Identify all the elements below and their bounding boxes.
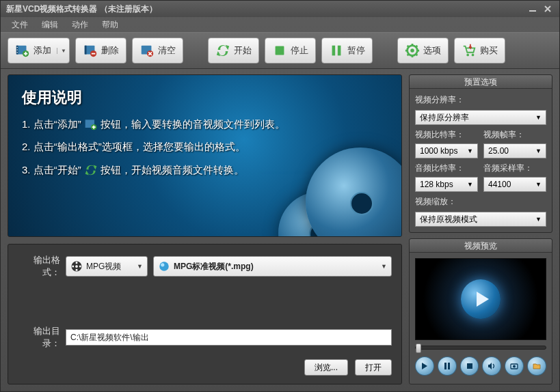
delete-button[interactable]: 删除 (75, 38, 126, 64)
content: 使用说明 1. 点击“添加” 按钮，输入要转换的音视频文件到列表。 2. 点击“… (1, 69, 559, 391)
stop-icon (272, 43, 287, 58)
svg-rect-32 (467, 363, 472, 369)
start-label: 开始 (234, 44, 252, 57)
preview-panel: 视频预览 (409, 238, 552, 384)
volume-button[interactable] (482, 356, 501, 376)
svg-rect-13 (276, 46, 284, 55)
svg-rect-31 (448, 363, 450, 369)
menu-help[interactable]: 帮助 (95, 18, 125, 32)
output-dir-input[interactable] (66, 329, 392, 346)
disc-decor-icon (306, 148, 402, 237)
play-button[interactable] (415, 356, 434, 376)
output-format-combo[interactable]: MPG视频 ▼ (66, 256, 148, 277)
clear-button[interactable]: 清空 (132, 38, 183, 64)
film-icon (70, 260, 83, 272)
add-label: 添加 (34, 44, 51, 57)
audio-sample-combo[interactable]: 44100▼ (483, 177, 546, 192)
prev-stop-button[interactable] (460, 356, 479, 376)
svg-point-34 (513, 365, 516, 368)
chevron-down-icon: ▼ (535, 148, 542, 154)
start-button[interactable]: 开始 (208, 38, 259, 64)
delete-label: 删除 (101, 44, 119, 57)
gear-icon (405, 43, 420, 58)
video-bitrate-combo[interactable]: 1000 kbps▼ (415, 143, 478, 158)
fps-combo[interactable]: 25.00▼ (483, 143, 546, 158)
output-profile-combo[interactable]: MPG标准视频(*.mpg) ▼ (153, 256, 392, 277)
menu-edit[interactable]: 编辑 (35, 18, 65, 32)
audio-bitrate-combo[interactable]: 128 kbps▼ (415, 177, 478, 192)
buy-label: 购买 (480, 44, 498, 57)
pause-icon (329, 43, 344, 58)
folder-button[interactable] (527, 356, 546, 376)
chevron-down-icon: ▼ (535, 216, 542, 223)
presets-header: 预置选项 (410, 75, 552, 89)
svg-point-19 (472, 54, 475, 57)
output-dir-row: 输出目录： (18, 325, 392, 350)
svg-rect-30 (444, 363, 446, 369)
clear-label: 清空 (158, 44, 176, 57)
output-dir-label: 输出目录： (18, 325, 60, 350)
stop-label: 停止 (291, 44, 308, 57)
sphere-icon (158, 260, 170, 272)
svg-point-27 (79, 266, 81, 268)
output-format-label: 输出格式： (18, 254, 60, 279)
menubar: 文件 编辑 动作 帮助 (1, 17, 559, 32)
output-format-value: MPG视频 (86, 261, 121, 272)
svg-point-24 (76, 262, 78, 264)
right-column: 预置选项 视频分辨率： 保持原分辨率▼ 视频比特率： 1000 kbps▼ 视频… (409, 74, 552, 384)
options-button[interactable]: 选项 (397, 38, 449, 64)
seek-slider[interactable] (415, 346, 546, 350)
presets-panel: 预置选项 视频分辨率： 保持原分辨率▼ 视频比特率： 1000 kbps▼ 视频… (409, 74, 552, 233)
scale-combo[interactable]: 保持原视频模式▼ (415, 212, 546, 227)
add-button[interactable]: 添加 ▼ (8, 38, 70, 64)
svg-rect-10 (92, 53, 96, 55)
snapshot-button[interactable] (505, 356, 524, 376)
menu-action[interactable]: 动作 (65, 18, 95, 32)
add-icon (15, 43, 30, 58)
asample-label: 音频采样率： (483, 163, 546, 174)
stop-button[interactable]: 停止 (265, 38, 316, 64)
app-window: 新星VCD视频格式转换器 （未注册版本） 文件 编辑 动作 帮助 添加 ▼ 删除… (0, 0, 560, 392)
options-label: 选项 (423, 44, 441, 57)
banner-heading: 使用说明 (22, 87, 388, 108)
preview-controls (415, 356, 546, 376)
add-dropdown-icon[interactable]: ▼ (57, 48, 66, 54)
abitrate-label: 音频比特率： (415, 163, 478, 174)
slider-thumb[interactable] (416, 344, 421, 353)
res-label: 视频分辨率： (415, 94, 546, 106)
chevron-down-icon: ▼ (467, 181, 473, 188)
minimize-button[interactable] (526, 4, 539, 14)
pause-button[interactable]: 暂停 (321, 38, 373, 64)
play-big-icon (461, 279, 501, 319)
browse-button[interactable]: 浏览... (304, 359, 348, 376)
chevron-down-icon: ▼ (535, 181, 542, 188)
svg-point-29 (161, 263, 164, 266)
svg-rect-8 (85, 46, 87, 55)
app-title: 新星VCD视频格式转换器 （未注册版本） (6, 3, 157, 15)
instruction-step-2: 2. 点击“输出格式”选项框，选择您要输出的格式。 (22, 141, 388, 154)
add-icon (84, 117, 98, 131)
resolution-combo[interactable]: 保持原分辨率▼ (415, 110, 546, 125)
instructions-banner: 使用说明 1. 点击“添加” 按钮，输入要转换的音视频文件到列表。 2. 点击“… (8, 74, 402, 237)
buy-button[interactable]: 购买 (454, 38, 505, 64)
prev-pause-button[interactable] (438, 356, 457, 376)
close-button[interactable] (542, 4, 554, 14)
svg-point-25 (76, 269, 78, 271)
chevron-down-icon: ▼ (535, 114, 542, 121)
svg-rect-0 (529, 10, 536, 12)
svg-rect-15 (338, 46, 341, 56)
chevron-down-icon: ▼ (381, 263, 387, 270)
preview-screen (415, 258, 546, 340)
refresh-icon (84, 163, 98, 177)
titlebar[interactable]: 新星VCD视频格式转换器 （未注册版本） (1, 1, 559, 17)
delete-icon (83, 43, 98, 58)
output-profile-value: MPG标准视频(*.mpg) (174, 261, 254, 272)
svg-point-3 (16, 47, 17, 48)
scale-label: 视频缩放： (415, 196, 546, 208)
start-icon (215, 43, 230, 58)
open-button[interactable]: 打开 (355, 359, 392, 376)
svg-rect-14 (332, 46, 336, 56)
instruction-step-1: 1. 点击“添加” 按钮，输入要转换的音视频文件到列表。 (22, 117, 388, 131)
pause-label: 暂停 (347, 44, 365, 57)
menu-file[interactable]: 文件 (5, 18, 35, 32)
